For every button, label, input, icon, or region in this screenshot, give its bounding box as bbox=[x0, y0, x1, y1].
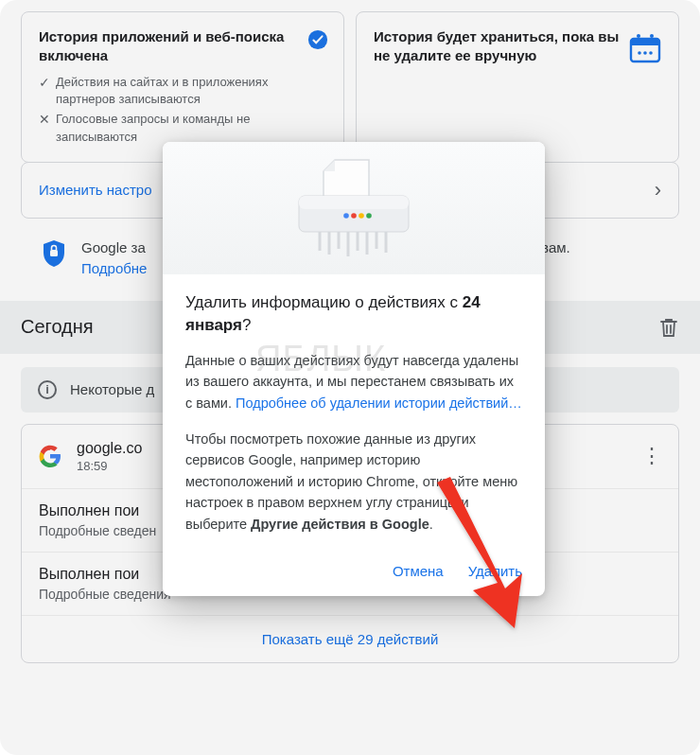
svg-rect-10 bbox=[299, 196, 409, 209]
svg-point-11 bbox=[343, 213, 349, 219]
shredder-icon bbox=[278, 156, 429, 260]
delete-confirm-dialog: Удалить информацию о действиях с 24 янва… bbox=[163, 142, 545, 596]
svg-point-12 bbox=[351, 213, 357, 219]
delete-button[interactable]: Удалить bbox=[468, 563, 522, 579]
dialog-hero bbox=[163, 142, 545, 274]
svg-point-14 bbox=[366, 213, 372, 219]
dialog-paragraph: Чтобы посмотреть похожие данные из други… bbox=[185, 429, 522, 535]
svg-point-13 bbox=[359, 213, 364, 219]
dialog-paragraph: Данные о ваших действиях будут навсегда … bbox=[185, 350, 522, 413]
learn-more-delete-link[interactable]: Подробнее об удалении истории действий… bbox=[236, 395, 522, 411]
dialog-title: Удалить информацию о действиях с 24 янва… bbox=[185, 291, 522, 337]
cancel-button[interactable]: Отмена bbox=[393, 563, 444, 579]
